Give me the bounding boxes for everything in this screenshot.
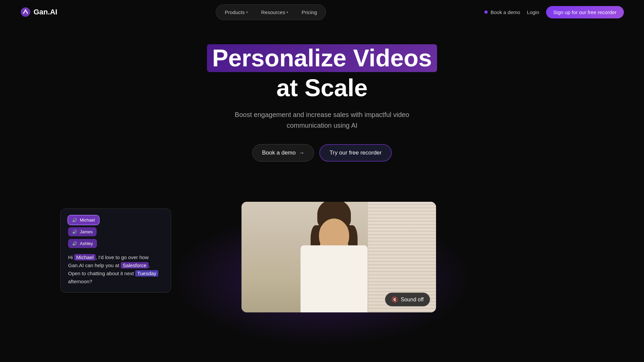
signup-button[interactable]: Sign up for our free recorder bbox=[546, 6, 624, 18]
persona-ashley-button[interactable]: 🔊 Ashley bbox=[68, 239, 97, 248]
sound-off-button[interactable]: 🔇 Sound off bbox=[385, 293, 430, 306]
svg-point-1 bbox=[25, 9, 26, 11]
svg-point-0 bbox=[21, 7, 30, 17]
hero-title-line1: Personalize Videos bbox=[7, 44, 637, 72]
speaker-icon: 🔊 bbox=[72, 230, 77, 234]
speech-day-highlight: Tuesday bbox=[135, 270, 158, 277]
mute-icon: 🔇 bbox=[391, 296, 398, 303]
hero-subtitle: Boost engagement and increase sales with… bbox=[7, 109, 637, 131]
book-demo-button[interactable]: Book a demo → bbox=[252, 144, 314, 162]
navbar: Gan.AI Products ▾ Resources ▾ Pricing Bo… bbox=[0, 0, 644, 24]
hero-buttons: Book a demo → Try our free recorder bbox=[7, 144, 637, 162]
speech-name-highlight: Michael bbox=[74, 254, 96, 260]
chevron-down-icon: ▾ bbox=[246, 10, 248, 14]
speech-text: Hi Michael, I'd love to go over how Gan.… bbox=[68, 253, 163, 286]
person-figure bbox=[287, 208, 381, 312]
try-recorder-button[interactable]: Try our free recorder bbox=[319, 144, 391, 162]
video-section: 🔊 Michael 🔊 James 🔊 Ashley Hi Michael, I… bbox=[0, 202, 644, 312]
hero-title-line2: at Scale bbox=[7, 75, 637, 101]
video-player[interactable]: 🔇 Sound off bbox=[241, 202, 436, 312]
persona-names-list: 🔊 Michael 🔊 James 🔊 Ashley bbox=[68, 216, 163, 248]
nav-center: Products ▾ Resources ▾ Pricing bbox=[216, 4, 326, 20]
person-body bbox=[301, 245, 368, 312]
chevron-down-icon: ▾ bbox=[286, 10, 288, 14]
persona-card: 🔊 Michael 🔊 James 🔊 Ashley Hi Michael, I… bbox=[60, 208, 171, 293]
logo[interactable]: Gan.AI bbox=[20, 7, 57, 17]
speech-company-highlight: Salesforce bbox=[121, 262, 149, 268]
live-dot-icon bbox=[484, 10, 488, 14]
logo-text: Gan.AI bbox=[34, 8, 57, 16]
nav-resources[interactable]: Resources ▾ bbox=[255, 7, 294, 18]
book-demo-link[interactable]: Book a demo bbox=[484, 9, 520, 15]
persona-james-button[interactable]: 🔊 James bbox=[68, 227, 97, 236]
nav-right: Book a demo Login Sign up for our free r… bbox=[484, 6, 624, 18]
hero-section: Personalize Videos at Scale Boost engage… bbox=[0, 24, 644, 195]
speaker-icon: 🔊 bbox=[72, 218, 77, 223]
nav-products[interactable]: Products ▾ bbox=[219, 7, 254, 18]
persona-michael-button[interactable]: 🔊 Michael bbox=[68, 216, 99, 225]
nav-pricing[interactable]: Pricing bbox=[296, 7, 323, 18]
arrow-right-icon: → bbox=[299, 150, 304, 156]
login-link[interactable]: Login bbox=[527, 9, 539, 15]
hero-highlight: Personalize Videos bbox=[207, 44, 437, 72]
speaker-icon: 🔊 bbox=[72, 241, 77, 246]
